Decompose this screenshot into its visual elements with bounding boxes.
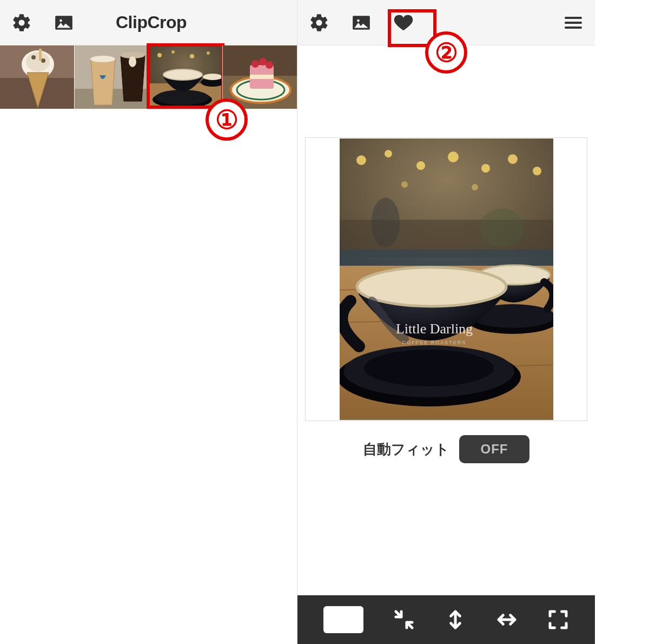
svg-point-9 bbox=[90, 56, 115, 62]
screen-editor: ② bbox=[297, 0, 595, 644]
svg-point-39 bbox=[385, 150, 392, 157]
svg-point-22 bbox=[190, 54, 194, 58]
svg-point-21 bbox=[171, 50, 175, 54]
auto-fit-label: 自動フィット bbox=[363, 440, 449, 459]
annotation-badge-1: ① bbox=[206, 98, 248, 141]
svg-point-45 bbox=[401, 181, 408, 188]
svg-point-23 bbox=[207, 51, 210, 55]
screen-gallery: ClipCrop bbox=[0, 0, 297, 644]
svg-rect-35 bbox=[565, 21, 582, 23]
svg-point-46 bbox=[472, 184, 478, 190]
menu-icon[interactable] bbox=[561, 11, 585, 35]
annotation-badge-2: ② bbox=[425, 31, 467, 74]
expand-corners-icon[interactable] bbox=[547, 609, 569, 630]
svg-point-4 bbox=[31, 55, 36, 60]
thumbnail-item[interactable] bbox=[0, 45, 74, 109]
arrows-vertical-icon[interactable] bbox=[445, 609, 466, 630]
topbar-left: ClipCrop bbox=[0, 0, 297, 45]
svg-point-11 bbox=[129, 56, 136, 67]
app-title: ClipCrop bbox=[116, 12, 187, 32]
bottom-toolbar bbox=[297, 595, 595, 644]
arrows-horizontal-icon[interactable] bbox=[496, 609, 518, 630]
svg-point-61 bbox=[364, 350, 494, 386]
svg-point-42 bbox=[481, 164, 490, 173]
svg-rect-50 bbox=[340, 249, 553, 266]
gear-icon[interactable] bbox=[10, 11, 34, 35]
aspect-ratio-button[interactable] bbox=[323, 606, 363, 633]
thumbnail-item-selected[interactable] bbox=[148, 45, 222, 109]
svg-rect-6 bbox=[39, 49, 42, 61]
svg-rect-36 bbox=[565, 26, 582, 28]
svg-point-33 bbox=[266, 61, 273, 69]
svg-point-20 bbox=[157, 53, 162, 57]
svg-rect-34 bbox=[565, 16, 582, 18]
annotation-badge-2-label: ② bbox=[435, 37, 458, 68]
thumbnail-strip bbox=[0, 45, 297, 109]
svg-point-3 bbox=[26, 52, 50, 71]
svg-point-43 bbox=[508, 154, 518, 164]
svg-point-44 bbox=[533, 167, 541, 175]
svg-point-5 bbox=[41, 58, 45, 63]
auto-fit-value: OFF bbox=[481, 442, 508, 457]
svg-point-15 bbox=[155, 90, 209, 105]
svg-point-48 bbox=[372, 198, 400, 247]
shrink-icon[interactable] bbox=[393, 609, 415, 630]
annotation-badge-1-label: ① bbox=[215, 104, 239, 135]
preview-area: Little Darling COFFEE ROASTERS 自動フィット OF… bbox=[297, 45, 595, 463]
thumbnail-item[interactable] bbox=[74, 45, 148, 109]
preview-canvas[interactable]: Little Darling COFFEE ROASTERS bbox=[305, 137, 587, 421]
svg-point-31 bbox=[251, 60, 259, 68]
svg-point-49 bbox=[480, 208, 524, 247]
auto-fit-row: 自動フィット OFF bbox=[363, 435, 529, 463]
image-icon[interactable] bbox=[349, 11, 373, 35]
svg-rect-30 bbox=[250, 75, 274, 79]
preview-image: Little Darling COFFEE ROASTERS bbox=[340, 139, 553, 420]
svg-point-41 bbox=[448, 152, 459, 162]
svg-point-40 bbox=[416, 161, 425, 170]
gear-icon[interactable] bbox=[307, 11, 331, 35]
cup-brand-label: Little Darling bbox=[395, 321, 472, 337]
svg-text:COFFEE ROASTERS: COFFEE ROASTERS bbox=[402, 340, 466, 345]
svg-point-38 bbox=[356, 155, 366, 165]
image-icon[interactable] bbox=[52, 11, 76, 35]
auto-fit-toggle[interactable]: OFF bbox=[459, 435, 529, 463]
svg-point-32 bbox=[259, 58, 267, 65]
svg-point-19 bbox=[203, 74, 222, 80]
